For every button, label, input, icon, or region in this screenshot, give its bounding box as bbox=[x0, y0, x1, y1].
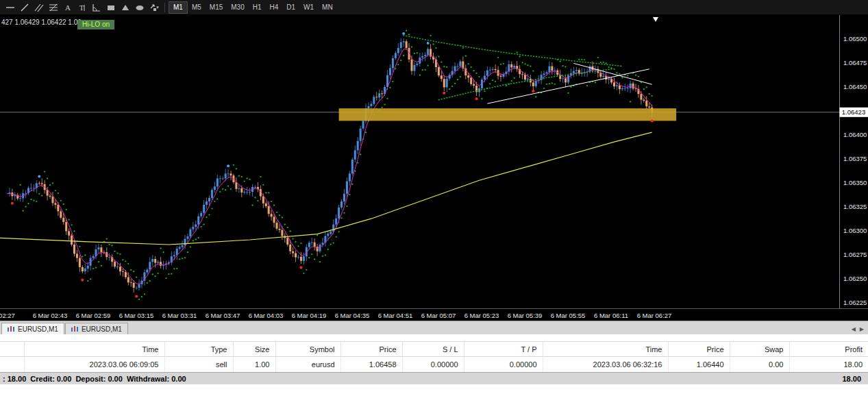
cell-open-price: 1.06458 bbox=[340, 357, 402, 373]
cell-close-time: 2023.03.06 06:32:16 bbox=[543, 357, 668, 373]
svg-text:6 Mar 06:11: 6 Mar 06:11 bbox=[594, 312, 628, 319]
candlestick-chart[interactable]: 1.065001.064751.064501.064001.063751.063… bbox=[0, 15, 868, 321]
svg-text:6 Mar 03:31: 6 Mar 03:31 bbox=[162, 312, 197, 319]
column-header-sl: S / L bbox=[402, 342, 464, 357]
triangle-icon[interactable] bbox=[118, 1, 132, 14]
chart-tab-label: EURUSD,M1 bbox=[82, 325, 122, 333]
svg-text:T: T bbox=[79, 3, 84, 12]
terminal-empty-area bbox=[0, 384, 868, 409]
svg-text:1.06325: 1.06325 bbox=[843, 203, 867, 210]
ohlc-readout: 427 1.06429 1.06422 1.06 bbox=[1, 18, 82, 26]
chart-shift-marker bbox=[653, 17, 658, 22]
timeframe-h4[interactable]: H4 bbox=[266, 1, 283, 14]
timeframe-d1[interactable]: D1 bbox=[282, 1, 299, 14]
axes-layer: 1.065001.064751.064501.064001.063751.063… bbox=[0, 15, 868, 319]
svg-text:6 Mar 06:27: 6 Mar 06:27 bbox=[637, 312, 672, 319]
tab-scroll-right-icon[interactable]: ▶ bbox=[860, 326, 864, 332]
cell-sl: 0.00000 bbox=[402, 357, 464, 373]
label-icon[interactable]: T bbox=[75, 1, 89, 14]
rectangle-icon[interactable] bbox=[103, 1, 118, 14]
red-signal-dot bbox=[299, 267, 302, 269]
total-profit: 18.00 bbox=[842, 375, 865, 383]
timeframe-h1[interactable]: H1 bbox=[249, 1, 266, 14]
cell-profit: 18.00 bbox=[789, 357, 868, 373]
svg-text:1.06500: 1.06500 bbox=[843, 35, 867, 42]
fibonacci-icon[interactable] bbox=[46, 1, 60, 14]
red-signal-dot bbox=[11, 202, 14, 205]
blue-signal-dot bbox=[227, 164, 230, 167]
arrows-dropdown-icon[interactable]: ▾ bbox=[147, 1, 161, 14]
timeframe-w1[interactable]: W1 bbox=[299, 1, 318, 14]
svg-text:1.06400: 1.06400 bbox=[843, 131, 867, 138]
red-signal-dot bbox=[443, 92, 445, 95]
chevron-down-icon: ▾ bbox=[156, 5, 159, 10]
timeframe-m1[interactable]: M1 bbox=[169, 1, 188, 14]
svg-text:6 Mar 05:39: 6 Mar 05:39 bbox=[508, 312, 543, 319]
chart-icon bbox=[8, 325, 15, 332]
ellipse-icon[interactable] bbox=[132, 1, 147, 14]
cell-swap: 0.00 bbox=[730, 357, 789, 373]
white-trendline bbox=[573, 63, 652, 84]
hilo-indicator-badge: Hi-LO on bbox=[77, 20, 114, 29]
orders-header-row: Time Type Size Symbol Price S / L T / P … bbox=[0, 342, 868, 357]
red-signal-dot bbox=[475, 97, 478, 100]
column-header-close-price: Price bbox=[668, 342, 730, 357]
column-header-symbol: Symbol bbox=[275, 342, 340, 357]
column-header-swap: Swap bbox=[730, 342, 789, 357]
svg-text:A: A bbox=[65, 3, 71, 12]
timeframe-m15[interactable]: M15 bbox=[206, 1, 227, 14]
timeframe-m30[interactable]: M30 bbox=[227, 1, 248, 14]
angle-icon[interactable] bbox=[89, 1, 103, 14]
chart-area[interactable]: 1.065001.064751.064501.064001.063751.063… bbox=[0, 15, 868, 321]
chart-tab-eurusd-1[interactable]: EURUSD,M1 bbox=[1, 323, 64, 334]
red-signal-dot bbox=[532, 90, 534, 92]
svg-text:6 Mar 04:35: 6 Mar 04:35 bbox=[335, 312, 370, 319]
column-header-open-time: Time bbox=[24, 342, 164, 357]
trendline-icon[interactable] bbox=[17, 1, 32, 14]
svg-text:1.06250: 1.06250 bbox=[843, 275, 867, 282]
gold-zone-rectangle bbox=[339, 108, 677, 121]
svg-text:6 Mar 03:47: 6 Mar 03:47 bbox=[206, 312, 240, 319]
svg-text:6 Mar 05:07: 6 Mar 05:07 bbox=[421, 312, 456, 319]
order-row[interactable]: 2023.03.06 06:09:05 sell 1.00 eurusd 1.0… bbox=[0, 357, 868, 373]
column-header bbox=[0, 342, 24, 357]
svg-text:6 Mar 05:23: 6 Mar 05:23 bbox=[464, 312, 499, 319]
timeframe-m5[interactable]: M5 bbox=[188, 1, 206, 14]
horizontal-line-icon[interactable] bbox=[3, 1, 17, 14]
cell-blank bbox=[0, 357, 24, 373]
cell-symbol: eurusd bbox=[275, 357, 340, 373]
blue-signal-dot bbox=[427, 42, 430, 45]
blue-signal-dot bbox=[38, 175, 40, 178]
svg-text:1.06423: 1.06423 bbox=[842, 108, 865, 116]
red-signal-dot bbox=[81, 279, 84, 282]
svg-text:6 Mar 02:43: 6 Mar 02:43 bbox=[33, 312, 68, 319]
account-summary-text: : 18.00 Credit: 0.00 Deposit: 0.00 Withd… bbox=[3, 375, 186, 383]
chart-tab-label: EURUSD,M1 bbox=[18, 325, 58, 333]
svg-text:1.06350: 1.06350 bbox=[843, 179, 867, 186]
red-signal-dot bbox=[135, 295, 138, 298]
column-header-close-time: Time bbox=[543, 342, 668, 357]
svg-text:02:27: 02:27 bbox=[0, 312, 15, 319]
svg-text:6 Mar 02:59: 6 Mar 02:59 bbox=[76, 312, 111, 319]
svg-text:1.06225: 1.06225 bbox=[843, 299, 867, 306]
svg-text:1.06375: 1.06375 bbox=[843, 155, 867, 162]
cell-size: 1.00 bbox=[233, 357, 275, 373]
chart-icon bbox=[71, 325, 79, 332]
channel-icon[interactable] bbox=[32, 1, 46, 14]
svg-text:1.06475: 1.06475 bbox=[843, 59, 867, 66]
svg-text:6 Mar 04:19: 6 Mar 04:19 bbox=[292, 312, 327, 319]
svg-text:1.06300: 1.06300 bbox=[843, 227, 867, 234]
toolbar-separator bbox=[164, 3, 165, 12]
svg-text:6 Mar 04:51: 6 Mar 04:51 bbox=[378, 312, 413, 319]
text-icon[interactable]: A bbox=[60, 1, 75, 14]
tab-scroll-left-icon[interactable]: ◀ bbox=[852, 326, 856, 332]
timeframe-mn[interactable]: MN bbox=[318, 1, 337, 14]
red-signal-dot bbox=[651, 119, 654, 122]
orders-table: Time Type Size Symbol Price S / L T / P … bbox=[0, 341, 868, 373]
svg-text:6 Mar 04:03: 6 Mar 04:03 bbox=[249, 312, 284, 319]
svg-text:6 Mar 05:55: 6 Mar 05:55 bbox=[551, 312, 586, 319]
chart-tab-eurusd-2[interactable]: EURUSD,M1 bbox=[65, 323, 128, 334]
cell-open-time: 2023.03.06 06:09:05 bbox=[24, 357, 164, 373]
column-header-profit: Profit bbox=[789, 342, 868, 357]
cell-type: sell bbox=[164, 357, 233, 373]
